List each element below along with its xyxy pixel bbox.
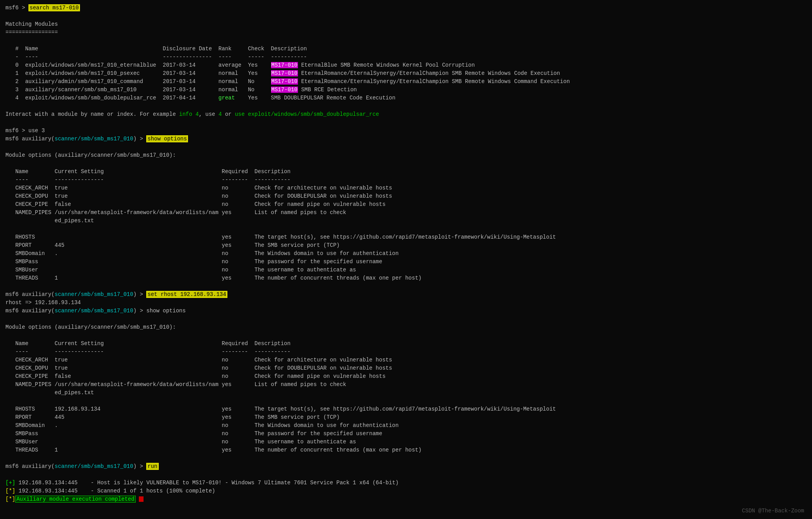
line-result-completed: [*]Auxiliary module execution completed: [5, 495, 807, 503]
line-result-vulnerable: [+] 192.168.93.134:445 - Host is likely …: [5, 479, 807, 487]
line-module-1: 1 exploit/windows/smb/ms17_010_psexec 20…: [5, 69, 807, 78]
execution-completed-highlight: Auxiliary module execution completed: [15, 496, 135, 503]
line-interact-info: Interact with a module by name or index.…: [5, 110, 807, 119]
line-blank-13: [5, 471, 807, 479]
line-opt-check-arch-1: CHECK_ARCH true no Check for architectur…: [5, 184, 807, 192]
line-opt-smbdomain-2: SMBDomain . no The Windows domain to use…: [5, 422, 807, 430]
terminal-window: msf6 > search ms17-010 Matching Modules …: [5, 4, 807, 503]
line-opts-dashes-2: ---- --------------- -------- ----------…: [5, 348, 807, 356]
line-opt-named-pipes-2: NAMED_PIPES /usr/share/metasploit-framew…: [5, 381, 807, 389]
line-blank-4: [5, 119, 807, 127]
line-module-0: 0 exploit/windows/smb/ms17_010_eternalbl…: [5, 61, 807, 69]
line-show-options-cmd-2: msf6 auxiliary(scanner/smb/smb_ms17_010)…: [5, 307, 807, 315]
line-use3-cmd: msf6 > use 3: [5, 127, 807, 135]
line-opt-smbuser-2: SMBUser no The username to authenticate …: [5, 438, 807, 446]
line-module-options-1: Module options (auxiliary/scanner/smb/sm…: [5, 151, 807, 159]
line-opts-header-2: Name Current Setting Required Descriptio…: [5, 340, 807, 348]
line-separator-1: ================: [5, 28, 807, 37]
ms17-badge-0: MS17-010: [271, 62, 298, 68]
line-opt-rport-1: RPORT 445 yes The SMB service port (TCP): [5, 241, 807, 250]
line-opt-rhosts-2: RHOSTS 192.168.93.134 yes The target hos…: [5, 405, 807, 413]
line-rhost-set: rhost => 192.168.93.134: [5, 299, 807, 307]
run-highlight: run: [146, 463, 158, 470]
line-table-header: # Name Disclosure Date Rank Check Descri…: [5, 45, 807, 53]
line-opt-smbdomain-1: SMBDomain . no The Windows domain to use…: [5, 250, 807, 258]
line-module-2: 2 auxiliary/admin/smb/ms17_010_command 2…: [5, 78, 807, 86]
line-module-options-2: Module options (auxiliary/scanner/smb/sm…: [5, 323, 807, 331]
ms17-badge-3: MS17-010: [271, 87, 298, 93]
set-rhost-highlight: set rhost 192.168.93.134: [146, 291, 227, 298]
ms17-badge-1: MS17-010: [271, 70, 298, 76]
line-run-cmd: msf6 auxiliary(scanner/smb/smb_ms17_010)…: [5, 462, 807, 471]
show-options-highlight: show options: [146, 135, 188, 142]
line-opt-check-dopu-1: CHECK_DOPU true no Check for DOUBLEPULSA…: [5, 192, 807, 200]
line-opts-header-1: Name Current Setting Required Descriptio…: [5, 168, 807, 176]
line-blank-5: [5, 143, 807, 151]
line-opt-smbuser-1: SMBUser no The username to authenticate …: [5, 266, 807, 274]
line-blank-3: [5, 102, 807, 110]
line-blank-12: [5, 454, 807, 462]
line-module-3: 3 auxiliary/scanner/smb/smb_ms17_010 201…: [5, 86, 807, 94]
line-blank-10: [5, 331, 807, 340]
line-blank-1: [5, 12, 807, 20]
line-opt-check-dopu-2: CHECK_DOPU true no Check for DOUBLEPULSA…: [5, 364, 807, 372]
line-opt-threads-2: THREADS 1 yes The number of concurrent t…: [5, 446, 807, 454]
line-opt-check-arch-2: CHECK_ARCH true no Check for architectur…: [5, 356, 807, 364]
line-opt-check-pipe-2: CHECK_PIPE false no Check for named pipe…: [5, 372, 807, 381]
line-set-rhost-cmd: msf6 auxiliary(scanner/smb/smb_ms17_010)…: [5, 290, 807, 299]
line-opt-smbpass-1: SMBPass no The password for the specifie…: [5, 258, 807, 266]
line-module-4: 4 exploit/windows/smb/smb_doublepulsar_r…: [5, 94, 807, 102]
line-search-cmd: msf6 > search ms17-010: [5, 4, 807, 12]
line-blank-9: [5, 315, 807, 323]
line-opt-named-pipes-1: NAMED_PIPES /usr/share/metasploit-framew…: [5, 209, 807, 217]
line-opt-named-pipes-2b: ed_pipes.txt: [5, 389, 807, 397]
line-blank-6: [5, 159, 807, 168]
line-blank-11: [5, 397, 807, 405]
ms17-badge-2: MS17-010: [271, 78, 298, 85]
line-opt-rport-2: RPORT 445 yes The SMB service port (TCP): [5, 413, 807, 422]
line-opt-named-pipes-1b: ed_pipes.txt: [5, 217, 807, 225]
watermark-csdn: CSDN @The-Back-Zoom: [742, 507, 804, 515]
line-opt-threads-1: THREADS 1 yes The number of concurrent t…: [5, 274, 807, 282]
line-opt-rhosts-1: RHOSTS yes The target host(s), see https…: [5, 233, 807, 241]
line-opt-smbpass-2: SMBPass no The password for the specifie…: [5, 430, 807, 438]
line-matching-modules: Matching Modules: [5, 20, 807, 28]
search-command-highlight: search ms17-010: [28, 4, 80, 11]
line-table-dashes: - ---- --------------- ---- ----- ------…: [5, 53, 807, 61]
line-blank-8: [5, 282, 807, 290]
line-show-options-cmd: msf6 auxiliary(scanner/smb/smb_ms17_010)…: [5, 135, 807, 143]
line-result-scanned: [*] 192.168.93.134:445 - Scanned 1 of 1 …: [5, 487, 807, 495]
line-blank-7: [5, 225, 807, 233]
line-opts-dashes-1: ---- --------------- -------- ----------…: [5, 176, 807, 184]
line-blank-2: [5, 37, 807, 45]
watermark-text: CSDN @The-Back-Zoom: [742, 508, 804, 514]
line-opt-check-pipe-1: CHECK_PIPE false no Check for named pipe…: [5, 200, 807, 209]
